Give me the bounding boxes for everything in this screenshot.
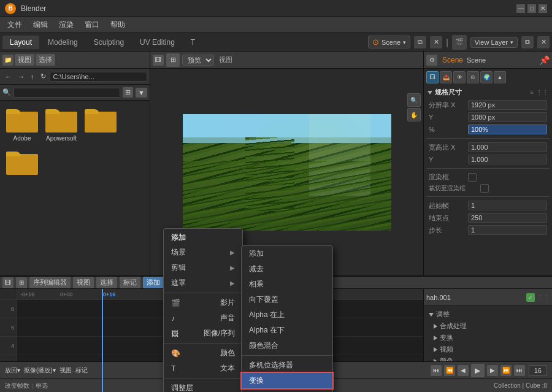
clip-enable-toggle[interactable]: ✓ — [526, 293, 535, 302]
output-settings-icon[interactable]: 📤 — [440, 71, 452, 83]
minimize-button[interactable]: — — [516, 4, 525, 13]
ctx-subtract[interactable]: 减去 — [242, 261, 332, 277]
ctx-movie[interactable]: 🎬 影片 — [164, 295, 242, 310]
vp-hand-btn[interactable]: ✋ — [407, 108, 421, 121]
menu-help[interactable]: 帮助 — [105, 18, 130, 31]
folder-item-4[interactable] — [6, 149, 38, 177]
transport-prev[interactable]: ⏪ — [444, 365, 455, 376]
transport-back-frame[interactable]: ◀ — [458, 365, 469, 376]
scene-selector[interactable]: ⊙ Scene ▾ — [368, 36, 410, 48]
tab-uv-editing[interactable]: UV Editing — [132, 36, 182, 49]
ctx-add[interactable]: 添加 — [242, 246, 332, 261]
seq-marker-btn[interactable]: 标记 — [120, 277, 140, 288]
vp-preview-select[interactable]: 预览 — [182, 55, 214, 66]
menu-file[interactable]: 文件 — [2, 18, 27, 31]
section-menu-icon[interactable]: ≡ — [530, 89, 534, 96]
ctx-adjust-layer[interactable]: 调整层 — [164, 380, 242, 392]
view-layer-copy-btn[interactable]: ⧉ — [521, 36, 534, 48]
transport-fwd-frame[interactable]: ▶ — [487, 365, 498, 376]
ctx-multiply[interactable]: 相乘 — [242, 277, 332, 292]
menu-window[interactable]: 窗口 — [80, 18, 104, 31]
transport-next[interactable]: ⏩ — [500, 365, 512, 376]
grid-view-btn[interactable]: ⊞ — [123, 87, 133, 98]
resolution-y-value[interactable]: 1080 px — [468, 112, 547, 122]
composite-sub-header[interactable]: 合成处理 — [426, 320, 550, 332]
section-dots-icon[interactable]: ⋮⋮ — [536, 89, 548, 96]
fb-back-btn[interactable]: ← — [2, 72, 14, 82]
menu-render[interactable]: 渲染 — [54, 18, 79, 31]
ctx-image-seq[interactable]: 🖼 图像/序列 — [164, 326, 242, 341]
resolution-x-value[interactable]: 1920 px — [468, 100, 547, 110]
view-layer-selector[interactable]: View Layer ▾ — [470, 37, 518, 48]
transport-play[interactable]: ▶ — [471, 364, 485, 377]
maximize-button[interactable]: □ — [527, 4, 536, 13]
ctx-sound[interactable]: ♪ 声音 — [164, 310, 242, 326]
ctx-transform[interactable]: 变换 — [242, 373, 332, 388]
folder-item-3[interactable] — [85, 107, 117, 142]
menu-edit[interactable]: 编辑 — [28, 18, 53, 31]
fb-up-btn[interactable]: ↑ — [28, 72, 37, 82]
filter-btn[interactable]: ▼ — [136, 88, 147, 98]
search-input[interactable] — [13, 88, 120, 98]
ctx-speed-control[interactable]: 速度控制 — [242, 388, 332, 392]
transform-sub-header[interactable]: 变换 — [426, 332, 550, 344]
fb-view-btn[interactable]: 视图 — [15, 54, 34, 66]
vp-zoom-btn[interactable]: 🔍 — [407, 93, 421, 107]
seq-view-btn[interactable]: 视图 — [73, 277, 94, 288]
ctx-alpha-under[interactable]: Alpha 在下 — [242, 323, 332, 338]
frame-end-value[interactable]: 250 — [468, 213, 547, 223]
capture-btn[interactable]: 抠像(播放)▾ — [24, 366, 56, 375]
transport-jump-end[interactable]: ⏭ — [514, 365, 525, 376]
fb-select-btn[interactable]: 选择 — [36, 54, 55, 66]
playback-view-btn[interactable]: 视图 — [59, 366, 72, 375]
adjust-section-header[interactable]: 调整 — [426, 309, 550, 320]
ctx-scene[interactable]: 场景 ▶ — [164, 245, 242, 260]
percent-value[interactable]: 100% — [468, 125, 547, 134]
view-layer-close-btn[interactable]: ✕ — [537, 36, 550, 48]
seq-select-btn[interactable]: 选择 — [96, 277, 117, 288]
fb-refresh-btn[interactable]: ↻ — [38, 71, 48, 82]
vp-editor-type-btn[interactable]: 🎞 — [153, 55, 164, 66]
frame-step-value[interactable]: 1 — [468, 225, 547, 235]
scene-settings-icon[interactable]: ⊙ — [467, 71, 479, 83]
frame-start-value[interactable]: 1 — [468, 201, 547, 210]
current-frame-display[interactable]: 16 — [529, 365, 547, 376]
seq-add-btn[interactable]: 添加 — [143, 277, 164, 288]
transport-jump-start[interactable]: ⏮ — [431, 365, 442, 376]
seq-editor-label[interactable]: 序列编辑器 — [29, 277, 71, 288]
ctx-mask[interactable]: 遮罩 ▶ — [164, 275, 242, 291]
fb-forward-btn[interactable]: → — [15, 72, 27, 82]
ctx-clip[interactable]: 剪辑 ▶ — [164, 260, 242, 275]
tab-t[interactable]: T — [183, 36, 202, 49]
ctx-multicam[interactable]: 多机位选择器 — [242, 358, 332, 373]
seq-props-dots[interactable]: ⋮⋮ — [537, 294, 550, 301]
view-settings-icon[interactable]: 👁 — [453, 71, 466, 83]
object-settings-icon[interactable]: ▲ — [494, 71, 506, 83]
crop-checkbox[interactable] — [480, 184, 489, 193]
playback-marker-btn[interactable]: 标记 — [75, 366, 88, 375]
ctx-alpha-over[interactable]: Alpha 在上 — [242, 307, 332, 323]
aspect-y-value[interactable]: 1.000 — [468, 155, 547, 164]
scene-copy-btn[interactable]: ⧉ — [414, 36, 426, 48]
props-pin-icon[interactable]: 📌 — [539, 55, 550, 65]
vp-layout-btn[interactable]: ⊞ — [166, 53, 180, 67]
titlebar-controls[interactable]: — □ ✕ — [516, 4, 547, 13]
fb-editor-type-btn[interactable]: 📁 — [2, 55, 13, 66]
aspect-x-value[interactable]: 1.000 — [468, 142, 547, 152]
tab-modeling[interactable]: Modeling — [40, 36, 85, 49]
render-settings-icon[interactable]: 🎞 — [426, 71, 439, 83]
ctx-text[interactable]: T 文本 — [164, 361, 242, 376]
close-button[interactable]: ✕ — [539, 4, 547, 13]
tab-layout[interactable]: Layout — [2, 36, 39, 49]
world-settings-icon[interactable]: 🌍 — [480, 71, 493, 83]
folder-adobe[interactable]: Adobe — [6, 107, 38, 142]
ctx-color-mix[interactable]: 颜色混合 — [242, 338, 332, 353]
scene-close-btn[interactable]: ✕ — [430, 36, 442, 48]
tab-sculpting[interactable]: Sculpting — [86, 36, 131, 49]
playback-mode-btn[interactable]: 放回▾ — [5, 366, 20, 375]
folder-apowersoft[interactable]: Apowersoft — [45, 107, 77, 142]
ctx-overlay[interactable]: 向下覆盖 — [242, 292, 332, 307]
ctx-color[interactable]: 🎨 颜色 — [164, 345, 242, 361]
render-border-checkbox[interactable] — [468, 173, 477, 182]
path-input[interactable] — [50, 72, 148, 82]
